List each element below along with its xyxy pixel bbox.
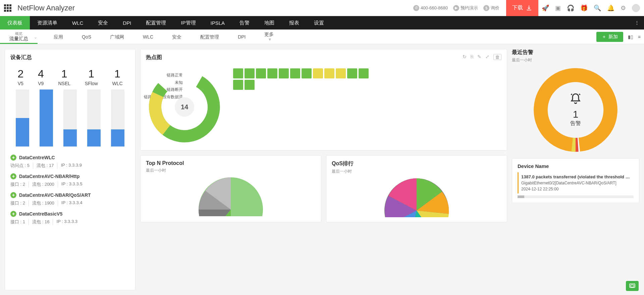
heatmap-donut: 14 [146, 68, 223, 145]
nav-item-1[interactable]: 资源清单 [30, 16, 65, 30]
sec-tab-2[interactable]: 广域网 [101, 30, 133, 44]
quote-chip[interactable]: $询价 [483, 5, 499, 11]
top-n-sub: 最后一小时 [146, 168, 316, 173]
device-summary-card: 设备汇总 2V54V91NSEL1SFlow1WLC +DataCentreWL… [5, 49, 136, 290]
header-toolbar: 🚀 ▣ 🎧 🎁 🔍 🔔 ⚙ [542, 4, 640, 12]
header-contact: ✆400-660-8680 ▶预约演示 $询价 [413, 5, 503, 11]
nav-item-10[interactable]: 报表 [282, 16, 307, 30]
dollar-icon: $ [483, 5, 489, 11]
heat-cell[interactable] [233, 68, 243, 78]
play-icon: ▶ [453, 5, 459, 11]
sec-tab-1[interactable]: QoS [72, 30, 101, 44]
alert-item[interactable]: 1387.0 packets transferred (violated the… [518, 172, 634, 193]
apps-grid-icon[interactable] [4, 4, 11, 12]
brand-title: NetFlow Analyzer [17, 4, 75, 12]
nav-item-8[interactable]: 告警 [232, 16, 257, 30]
heat-cell[interactable] [233, 80, 243, 90]
recent-alarms-card: 最近告警 最后一小时 1 告警 [512, 49, 639, 154]
device-stat: 1SFlow [85, 68, 98, 86]
heat-cell[interactable] [245, 80, 255, 90]
layout-icon[interactable]: ▮▯ [628, 34, 633, 40]
device-bar [16, 90, 29, 146]
rocket-icon[interactable]: 🚀 [542, 4, 549, 12]
device-bar [87, 90, 101, 146]
primary-nav: 仪表板资源清单WLC安全DPI配置管理IP管理IPSLA告警地图报表设置 ⋮ [0, 16, 644, 30]
heatmap-grid [233, 68, 374, 90]
top-n-pie [146, 176, 316, 216]
avatar[interactable] [632, 4, 640, 12]
alarm-count: 1 [570, 109, 582, 120]
heat-cell[interactable] [336, 68, 346, 78]
device-list-item[interactable]: +DataCentreAVC-NBAR/QoS/ART接口 : 2流包 : 19… [10, 192, 130, 206]
edit-icon[interactable]: ✎ [477, 54, 481, 60]
qos-sub: 最后一小时 [332, 169, 501, 174]
sliders-icon[interactable]: ≡ [638, 34, 641, 40]
device-list-item[interactable]: +DataCentreWLC访问点 : 5流包 : 17IP : 3.3.3.9 [10, 155, 130, 169]
nav-item-2[interactable]: WLC [65, 16, 91, 30]
plus-icon: ＋ [602, 34, 606, 40]
heat-cell[interactable] [267, 68, 277, 78]
sec-tab-4[interactable]: 安全 [163, 30, 191, 44]
device-list-item[interactable]: +DataCentreAVC-NBAR/Http接口 : 2流包 : 2000I… [10, 173, 130, 187]
add-button[interactable]: ＋新加 [596, 32, 623, 42]
nav-item-9[interactable]: 地图 [257, 16, 282, 30]
download-button[interactable]: 下载 [506, 0, 538, 16]
gift-icon[interactable]: 🎁 [580, 4, 588, 12]
sec-tab-overview[interactable]: 概览 流量汇总 [0, 30, 38, 44]
sec-tab-6[interactable]: DPI [228, 30, 255, 44]
heat-cell[interactable] [290, 68, 300, 78]
device-stat: 1NSEL [58, 68, 70, 86]
nav-item-3[interactable]: 安全 [91, 16, 115, 30]
delete-icon[interactable]: 🗑 [493, 54, 501, 60]
phone-icon: ✆ [413, 5, 419, 11]
sec-tab-5[interactable]: 配置管理 [191, 30, 228, 44]
refresh-icon[interactable]: ↻ [463, 54, 467, 60]
headset-icon[interactable]: 🎧 [567, 4, 574, 12]
heat-cell[interactable] [324, 68, 334, 78]
device-name-card: Device Name 1387.0 packets transferred (… [512, 158, 639, 203]
heatmap-tools: ↻ ⎘ ✎ ⤢ 🗑 [463, 54, 501, 60]
device-name-title: Device Name [518, 163, 634, 169]
qos-title: QoS排行 [332, 160, 501, 167]
heat-cell[interactable] [302, 68, 312, 78]
top-n-protocol-card: Top N Protocol 最后一小时 [140, 155, 321, 222]
alarms-title: 最近告警 [512, 49, 639, 56]
presentation-icon[interactable]: ▣ [555, 4, 561, 12]
alarms-sub: 最后一小时 [512, 57, 639, 63]
alarms-donut: 1 告警 [532, 66, 619, 154]
nav-item-5[interactable]: 配置管理 [139, 16, 173, 30]
heat-cell[interactable] [245, 68, 255, 78]
plus-icon: + [10, 155, 16, 161]
demo-chip[interactable]: ▶预约演示 [453, 5, 478, 11]
heat-cell[interactable] [347, 68, 357, 78]
qos-pie [332, 177, 501, 217]
heat-cell[interactable] [279, 68, 289, 78]
export-icon[interactable]: ⎘ [471, 54, 473, 60]
alert-text: 1387.0 packets transferred (violated the… [521, 174, 631, 179]
bell-icon[interactable]: 🔔 [607, 4, 614, 12]
heat-cell[interactable] [313, 68, 323, 78]
sec-tab-3[interactable]: WLC [133, 30, 163, 44]
expand-icon[interactable]: ⤢ [485, 54, 489, 60]
qos-ranking-card: QoS排行 最后一小时 [326, 155, 507, 222]
phone-chip[interactable]: ✆400-660-8680 [413, 5, 448, 11]
search-icon[interactable]: 🔍 [594, 4, 601, 12]
nav-item-0[interactable]: 仪表板 [0, 16, 30, 30]
device-list-item[interactable]: +DataCentreBasicV5接口 : 1流包 : 16IP : 3.3.… [10, 211, 130, 225]
svg-rect-8 [631, 285, 634, 287]
heat-cell[interactable] [256, 68, 266, 78]
horizontal-scrollbar[interactable] [518, 195, 634, 198]
nav-item-4[interactable]: DPI [115, 16, 139, 30]
heatmap-card: ↻ ⎘ ✎ ⤢ 🗑 热点图 链路正常未知链路断开链路正常&没有数据流 14 [140, 49, 507, 151]
device-stat: 2V5 [17, 68, 23, 86]
device-stat: 1WLC [112, 68, 122, 86]
gear-icon[interactable]: ⚙ [621, 4, 626, 12]
nav-more-icon[interactable]: ⋮ [630, 20, 644, 25]
nav-item-6[interactable]: IP管理 [173, 16, 203, 30]
nav-item-11[interactable]: 设置 [307, 16, 331, 30]
sec-tab-0[interactable]: 应用 [44, 30, 72, 44]
sec-tab-7[interactable]: 更多 ▾ [255, 30, 283, 44]
heat-cell[interactable] [359, 68, 369, 78]
chat-fab[interactable] [626, 281, 639, 291]
nav-item-7[interactable]: IPSLA [203, 16, 232, 30]
